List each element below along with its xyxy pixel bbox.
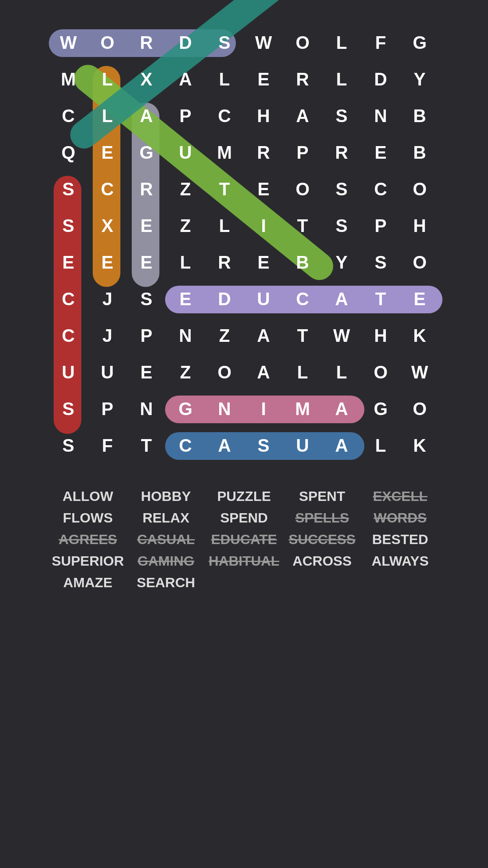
cell-4-5[interactable]: E [244,171,283,208]
word-item-spent[interactable]: SPENT [283,488,361,504]
cell-6-5[interactable]: E [244,244,283,281]
cell-1-3[interactable]: A [166,61,205,98]
cell-8-2[interactable]: P [127,317,166,354]
word-item-gaming[interactable]: GAMING [127,553,205,569]
cell-8-7[interactable]: W [322,317,361,354]
cell-3-7[interactable]: R [322,134,361,171]
cell-3-9[interactable]: B [400,134,439,171]
cell-9-3[interactable]: Z [166,354,205,391]
word-item-habitual[interactable]: HABITUAL [205,553,283,569]
cell-5-4[interactable]: L [205,208,244,244]
word-item-search[interactable]: SEARCH [127,575,205,590]
cell-0-6[interactable]: O [283,24,322,61]
cell-11-6[interactable]: U [283,427,322,464]
cell-8-1[interactable]: J [88,317,127,354]
cell-7-3[interactable]: E [166,281,205,317]
cell-1-6[interactable]: R [283,61,322,98]
cell-10-2[interactable]: N [127,391,166,427]
word-item-allow[interactable]: ALLOW [49,488,127,504]
cell-2-3[interactable]: P [166,98,205,134]
cell-5-9[interactable]: H [400,208,439,244]
cell-7-0[interactable]: C [49,281,88,317]
word-item-casual[interactable]: CASUAL [127,531,205,547]
cell-11-7[interactable]: A [322,427,361,464]
cell-7-2[interactable]: S [127,281,166,317]
cell-7-1[interactable]: J [88,281,127,317]
cell-7-9[interactable]: E [400,281,439,317]
cell-9-6[interactable]: L [283,354,322,391]
cell-11-5[interactable]: S [244,427,283,464]
cell-1-2[interactable]: X [127,61,166,98]
cell-7-4[interactable]: D [205,281,244,317]
cell-5-7[interactable]: S [322,208,361,244]
word-item-agrees[interactable]: AGREES [49,531,127,547]
cell-5-3[interactable]: Z [166,208,205,244]
word-item-always[interactable]: ALWAYS [361,553,439,569]
cell-8-5[interactable]: A [244,317,283,354]
cell-2-8[interactable]: N [361,98,400,134]
cell-9-0[interactable]: U [49,354,88,391]
cell-9-4[interactable]: O [205,354,244,391]
cell-6-0[interactable]: E [49,244,88,281]
cell-2-6[interactable]: A [283,98,322,134]
cell-3-3[interactable]: U [166,134,205,171]
cell-2-0[interactable]: C [49,98,88,134]
word-item-relax[interactable]: RELAX [127,510,205,526]
cell-8-3[interactable]: N [166,317,205,354]
cell-9-9[interactable]: W [400,354,439,391]
cell-5-6[interactable]: T [283,208,322,244]
cell-7-6[interactable]: C [283,281,322,317]
cell-0-2[interactable]: R [127,24,166,61]
cell-6-7[interactable]: Y [322,244,361,281]
cell-4-0[interactable]: S [49,171,88,208]
word-item-excell[interactable]: EXCELL [361,488,439,504]
cell-1-4[interactable]: L [205,61,244,98]
cell-1-9[interactable]: Y [400,61,439,98]
cell-11-3[interactable]: C [166,427,205,464]
cell-4-2[interactable]: R [127,171,166,208]
cell-1-7[interactable]: L [322,61,361,98]
cell-4-1[interactable]: C [88,171,127,208]
cell-11-1[interactable]: F [88,427,127,464]
cell-5-8[interactable]: P [361,208,400,244]
cell-1-8[interactable]: D [361,61,400,98]
word-item-spend[interactable]: SPEND [205,510,283,526]
cell-0-0[interactable]: W [49,24,88,61]
cell-6-2[interactable]: E [127,244,166,281]
word-item-words[interactable]: WORDS [361,510,439,526]
cell-6-3[interactable]: L [166,244,205,281]
cell-11-8[interactable]: L [361,427,400,464]
cell-4-8[interactable]: C [361,171,400,208]
cell-9-7[interactable]: L [322,354,361,391]
cell-10-7[interactable]: A [322,391,361,427]
cell-7-8[interactable]: T [361,281,400,317]
cell-11-9[interactable]: K [400,427,439,464]
cell-4-4[interactable]: T [205,171,244,208]
cell-8-0[interactable]: C [49,317,88,354]
cell-2-2[interactable]: A [127,98,166,134]
cell-4-7[interactable]: S [322,171,361,208]
cell-5-2[interactable]: E [127,208,166,244]
cell-0-4[interactable]: S [205,24,244,61]
cell-0-8[interactable]: F [361,24,400,61]
word-item-flows[interactable]: FLOWS [49,510,127,526]
cell-3-6[interactable]: P [283,134,322,171]
cell-0-9[interactable]: G [400,24,439,61]
cell-11-0[interactable]: S [49,427,88,464]
cell-1-0[interactable]: M [49,61,88,98]
word-item-puzzle[interactable]: PUZZLE [205,488,283,504]
word-item-bested[interactable]: BESTED [361,531,439,547]
cell-8-6[interactable]: T [283,317,322,354]
cell-8-8[interactable]: H [361,317,400,354]
cell-2-4[interactable]: C [205,98,244,134]
cell-5-1[interactable]: X [88,208,127,244]
cell-2-1[interactable]: L [88,98,127,134]
cell-0-3[interactable]: D [166,24,205,61]
cell-3-0[interactable]: Q [49,134,88,171]
cell-11-4[interactable]: A [205,427,244,464]
cell-9-8[interactable]: O [361,354,400,391]
word-item-educate[interactable]: EDUCATE [205,531,283,547]
cell-10-3[interactable]: G [166,391,205,427]
word-item-superior[interactable]: SUPERIOR [49,553,127,569]
cell-10-5[interactable]: I [244,391,283,427]
